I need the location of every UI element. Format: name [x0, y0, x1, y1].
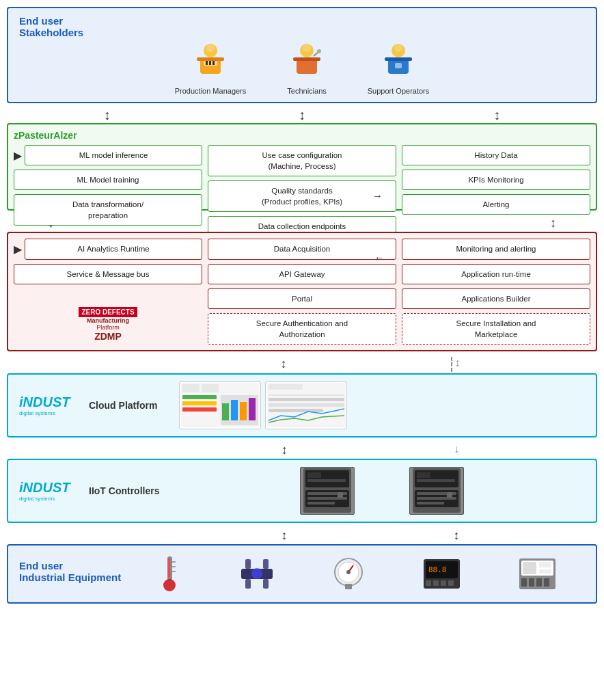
svg-rect-3 [206, 61, 208, 65]
zdmp-logo-manufacturing: Manufacturing [87, 317, 129, 324]
left-arrow-1: ▶ [14, 149, 22, 162]
app-runtime-box: Application run-time [402, 264, 590, 284]
svg-rect-20 [182, 384, 200, 392]
arrow-iiot-1: ↕ [282, 443, 288, 457]
svg-rect-33 [269, 398, 344, 401]
indust-logo-cloud: iNDUST digital systems [19, 394, 81, 416]
svg-rect-18 [395, 63, 402, 68]
svg-rect-81 [539, 562, 551, 567]
svg-rect-63 [263, 559, 269, 569]
arrow-row-5: ↕ ↕ [7, 527, 597, 544]
zdmp-section: ▶ AI Analytics Runtime Service & Message… [7, 232, 597, 351]
svg-rect-26 [222, 403, 229, 420]
zdmp-left-arrow: ▶ [14, 243, 22, 256]
arrow-cloud-2: ↕ [451, 357, 460, 372]
cloud-platform-label: Cloud Platform [89, 400, 171, 411]
arrow-1: ↕ [12, 107, 202, 123]
indust-iiot-sub: digital systems [19, 496, 55, 502]
svg-rect-23 [182, 401, 217, 405]
equipment-section: End userIndustrial Equipment [7, 544, 597, 604]
stakeholders-row: Production Managers Technicians [19, 42, 585, 95]
history-data-box: History Data [402, 145, 590, 165]
apps-builder-box: Applications Builder [402, 288, 590, 309]
svg-rect-56 [168, 558, 170, 578]
svg-rect-24 [182, 407, 217, 412]
use-case-config-box: Use case configuration(Machine, Process) [208, 145, 396, 176]
svg-rect-53 [447, 492, 452, 498]
svg-rect-52 [417, 502, 444, 504]
service-bus-box: Service & Message bus [14, 264, 202, 284]
equipment-title: End userIndustrial Equipment [19, 560, 121, 583]
technicians-label: Technicians [287, 87, 326, 95]
quality-standards-box: Quality standards(Product profiles, KPIs… [208, 180, 396, 212]
svg-rect-31 [269, 384, 303, 390]
svg-rect-39 [307, 479, 346, 482]
cloud-screenshots [179, 381, 585, 429]
svg-point-12 [317, 49, 321, 53]
kpis-monitoring-box: KPIs Monitoring [402, 170, 590, 190]
cloud-screenshot-1 [179, 381, 261, 429]
svg-point-61 [251, 568, 262, 579]
equipment-row: 88.8 [129, 552, 585, 595]
svg-rect-82 [539, 569, 551, 574]
indust-iiot-title: iNDUST [19, 480, 70, 496]
svg-rect-76 [441, 580, 446, 586]
arrow-row-4: ↕ ↓ [7, 442, 597, 459]
svg-rect-84 [529, 578, 534, 587]
indust-cloud-sub: digital systems [19, 410, 55, 416]
api-gateway-box: API Gateway [208, 264, 396, 284]
indust-logo-iiot: iNDUST digital systems [19, 480, 81, 502]
data-transform-box: Data transformation/preparation [14, 194, 202, 226]
controller-2 [409, 467, 464, 515]
svg-rect-34 [269, 403, 344, 407]
arrow-row-3: ↕ ↕ [7, 355, 597, 373]
svg-rect-43 [307, 502, 335, 504]
svg-point-13 [303, 44, 311, 52]
secure-install-box: Secure Installation andMarketplace [402, 313, 590, 345]
zdmp-grid: ▶ AI Analytics Runtime Service & Message… [14, 239, 590, 344]
svg-rect-77 [448, 580, 454, 586]
zpasteur-section: zPasteurAlzer ▶ ML model inference ML Mo… [7, 123, 597, 211]
arrow-cloud-1: ↕ [280, 357, 286, 372]
arrow-equip-1: ↕ [282, 528, 288, 543]
production-managers-item: Production Managers [175, 42, 247, 95]
zpasteur-title: zPasteurAlzer [14, 130, 590, 141]
zpasteur-col-3: History Data KPIs Monitoring Alerting [402, 145, 590, 237]
svg-rect-75 [433, 580, 439, 586]
support-operators-item: Support Operators [368, 42, 430, 95]
svg-rect-5 [212, 61, 215, 65]
svg-rect-22 [182, 395, 217, 399]
svg-rect-74 [426, 580, 431, 586]
technicians-icon [290, 42, 324, 84]
svg-rect-85 [536, 578, 542, 587]
alerting-box: Alerting [402, 194, 590, 215]
zdmp-logo-platform: Platform [96, 324, 120, 331]
svg-rect-28 [240, 402, 247, 420]
svg-rect-83 [521, 578, 527, 587]
technicians-item: Technicians [287, 42, 326, 95]
cloud-screenshot-2 [265, 381, 347, 429]
zpasteur-col-1: ▶ ML model inference ML Model training D… [14, 145, 202, 237]
zpasteur-grid: ▶ ML model inference ML Model training D… [14, 145, 590, 237]
zdmp-logo: ZERO DEFECTS Manufacturing Platform ZDMP [14, 304, 202, 345]
equipment-flow-meter [240, 555, 274, 593]
svg-rect-16 [385, 57, 412, 61]
svg-rect-35 [269, 409, 323, 412]
svg-rect-4 [209, 61, 211, 65]
data-acquisition-box: Data Acquisition [208, 239, 396, 259]
svg-rect-6 [197, 57, 224, 61]
svg-rect-44 [338, 492, 343, 498]
svg-point-7 [206, 44, 215, 52]
architecture-diagram: End userStakeholders Production Mana [7, 7, 597, 604]
zdmp-logo-abbr: ZDMP [94, 331, 122, 342]
svg-point-55 [163, 579, 176, 591]
stakeholders-title: End userStakeholders [19, 15, 585, 38]
equipment-gauge [331, 555, 366, 593]
controller-1 [300, 467, 355, 515]
zpasteur-col-2: Use case configuration(Machine, Process)… [208, 145, 396, 237]
zdmp-col-3: Monitoring and alerting Application run-… [402, 239, 590, 344]
svg-rect-48 [417, 479, 455, 482]
svg-rect-10 [293, 57, 320, 61]
svg-rect-21 [202, 384, 219, 392]
arrow-iiot-2: ↓ [454, 443, 459, 457]
